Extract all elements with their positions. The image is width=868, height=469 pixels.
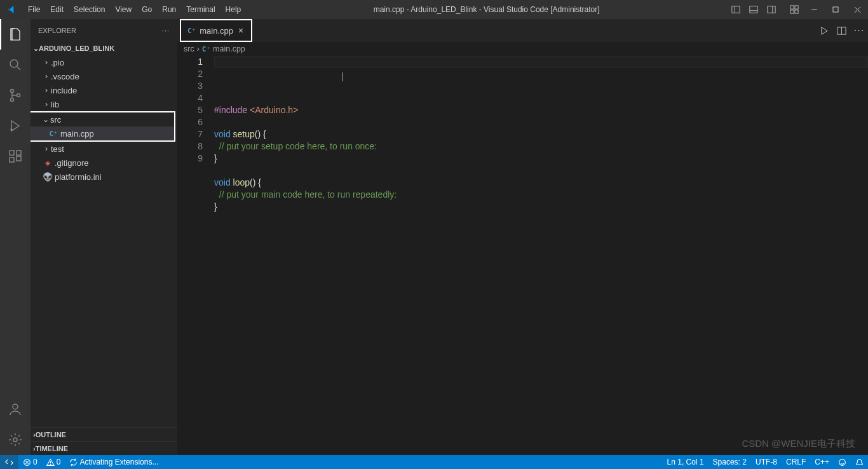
explorer-activity[interactable] bbox=[0, 19, 31, 50]
svg-rect-22 bbox=[10, 158, 14, 162]
project-name: ARDUINO_LED_BLINK bbox=[39, 44, 114, 52]
split-editor-icon[interactable] bbox=[832, 19, 850, 42]
chevron-down-icon: ⌄ bbox=[33, 44, 39, 53]
notifications-icon[interactable] bbox=[851, 455, 868, 469]
cpp-file-icon: C⁺ bbox=[187, 27, 196, 35]
svg-rect-23 bbox=[17, 156, 21, 161]
settings-activity[interactable] bbox=[0, 425, 31, 455]
menu-edit[interactable]: Edit bbox=[45, 0, 69, 19]
menu-run[interactable]: Run bbox=[157, 0, 181, 19]
svg-point-32 bbox=[50, 464, 51, 465]
explorer-title: EXPLORER bbox=[38, 27, 76, 34]
breadcrumb-item[interactable]: main.cpp bbox=[213, 44, 245, 53]
svg-rect-0 bbox=[732, 6, 740, 13]
folder-item[interactable]: ›.pio bbox=[31, 55, 177, 69]
eol-item[interactable]: CRLF bbox=[782, 455, 810, 469]
status-bar: 0 0 Activating Extensions... Ln 1, Col 1… bbox=[0, 455, 868, 469]
menu-selection[interactable]: Selection bbox=[69, 0, 110, 19]
text-cursor bbox=[342, 72, 343, 81]
run-icon[interactable] bbox=[815, 19, 832, 42]
menubar: FileEditSelectionViewGoRunTerminalHelp bbox=[23, 0, 246, 19]
svg-rect-6 bbox=[790, 6, 794, 9]
panel-right-icon[interactable] bbox=[763, 0, 780, 19]
source-control-activity[interactable] bbox=[0, 80, 31, 111]
window-controls bbox=[803, 0, 868, 19]
code-lines[interactable]: #include <Arduino.h>void setup() { // pu… bbox=[214, 56, 868, 455]
svg-line-15 bbox=[17, 67, 20, 70]
folder-item[interactable]: ›.vscode bbox=[31, 69, 177, 83]
svg-rect-9 bbox=[795, 10, 798, 13]
project-folder[interactable]: ⌄ ARDUINO_LED_BLINK bbox=[31, 41, 177, 55]
svg-rect-8 bbox=[790, 10, 794, 13]
line-gutter: 123456789 bbox=[177, 56, 214, 455]
folder-item[interactable]: ⌄src bbox=[31, 112, 174, 126]
accounts-activity[interactable] bbox=[0, 394, 31, 425]
errors-item[interactable]: 0 bbox=[18, 455, 42, 469]
vscode-logo bbox=[0, 4, 23, 15]
tab-bar: C⁺ main.cpp × ··· bbox=[177, 19, 868, 42]
timeline-panel[interactable]: ›TIMELINE bbox=[31, 441, 177, 455]
close-button[interactable] bbox=[846, 0, 868, 19]
folder-item[interactable]: ›test bbox=[31, 142, 177, 156]
titlebar: FileEditSelectionViewGoRunTerminalHelp m… bbox=[0, 0, 868, 19]
svg-rect-2 bbox=[750, 6, 757, 13]
breadcrumb-item[interactable]: src bbox=[184, 44, 194, 53]
menu-help[interactable]: Help bbox=[220, 0, 247, 19]
spaces-item[interactable]: Spaces: 2 bbox=[709, 455, 751, 469]
svg-point-19 bbox=[11, 129, 12, 130]
cpp-file-icon: C⁺ bbox=[202, 45, 210, 53]
svg-point-17 bbox=[17, 94, 20, 97]
minimize-button[interactable] bbox=[803, 0, 825, 19]
editor-tab-main-cpp[interactable]: C⁺ main.cpp × bbox=[180, 19, 252, 42]
cursor-pos[interactable]: Ln 1, Col 1 bbox=[663, 455, 709, 469]
extensions-activity[interactable] bbox=[0, 141, 31, 172]
file-tree: ›.pio›.vscode›include›lib⌄srcC⁺main.cpp›… bbox=[31, 55, 177, 427]
menu-file[interactable]: File bbox=[23, 0, 45, 19]
menu-view[interactable]: View bbox=[110, 0, 137, 19]
file-item[interactable]: C⁺main.cpp bbox=[31, 126, 174, 140]
svg-rect-20 bbox=[10, 151, 14, 155]
svg-point-14 bbox=[10, 60, 18, 67]
folder-item[interactable]: ›lib bbox=[31, 97, 177, 111]
breadcrumb[interactable]: src › C⁺ main.cpp bbox=[177, 42, 868, 56]
more-tab-icon[interactable]: ··· bbox=[850, 19, 868, 42]
file-item[interactable]: 👽platformio.ini bbox=[31, 170, 177, 184]
outline-panel[interactable]: ›OUTLINE bbox=[31, 427, 177, 441]
chevron-right-icon: › bbox=[197, 44, 200, 53]
window-title: main.cpp - Arduino_LED_Blink - Visual St… bbox=[246, 5, 727, 14]
svg-rect-4 bbox=[768, 6, 775, 13]
tab-label: main.cpp bbox=[200, 26, 233, 36]
svg-point-33 bbox=[839, 459, 846, 465]
panel-bottom-icon[interactable] bbox=[745, 0, 763, 19]
explorer-sidebar: EXPLORER ··· ⌄ ARDUINO_LED_BLINK ›.pio›.… bbox=[31, 19, 177, 455]
editor-area: C⁺ main.cpp × ··· src › C⁺ main.cpp 1234… bbox=[177, 19, 868, 455]
remote-indicator[interactable] bbox=[0, 455, 18, 469]
svg-rect-21 bbox=[17, 151, 21, 155]
code-editor[interactable]: 123456789 #include <Arduino.h>void setup… bbox=[177, 56, 868, 455]
svg-rect-11 bbox=[833, 7, 838, 12]
menu-go[interactable]: Go bbox=[137, 0, 157, 19]
close-tab-icon[interactable]: × bbox=[237, 24, 245, 37]
svg-point-25 bbox=[13, 438, 17, 442]
file-item[interactable]: ◈.gitignore bbox=[31, 156, 177, 170]
feedback-icon[interactable] bbox=[834, 455, 851, 469]
language-item[interactable]: C++ bbox=[810, 455, 834, 469]
svg-point-24 bbox=[13, 404, 18, 409]
menu-terminal[interactable]: Terminal bbox=[181, 0, 220, 19]
activating-item[interactable]: Activating Extensions... bbox=[65, 455, 163, 469]
warnings-item[interactable]: 0 bbox=[42, 455, 65, 469]
layout-controls bbox=[727, 0, 803, 19]
svg-rect-7 bbox=[795, 6, 798, 9]
folder-item[interactable]: ›include bbox=[31, 83, 177, 97]
svg-point-16 bbox=[11, 90, 14, 93]
panel-left-icon[interactable] bbox=[727, 0, 745, 19]
customize-layout-icon[interactable] bbox=[785, 0, 803, 19]
maximize-button[interactable] bbox=[825, 0, 846, 19]
encoding-item[interactable]: UTF-8 bbox=[751, 455, 782, 469]
more-icon[interactable]: ··· bbox=[162, 27, 170, 34]
activity-bar bbox=[0, 19, 31, 455]
search-activity[interactable] bbox=[0, 50, 31, 80]
explorer-header: EXPLORER ··· bbox=[31, 19, 177, 41]
run-debug-activity[interactable] bbox=[0, 111, 31, 141]
svg-point-18 bbox=[11, 99, 14, 102]
